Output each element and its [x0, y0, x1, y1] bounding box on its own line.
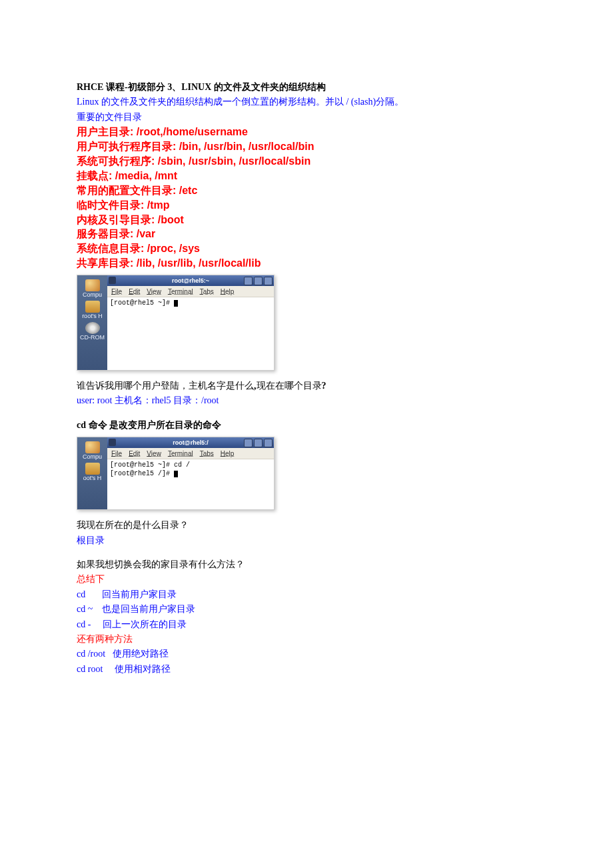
important-heading: 重要的文件目录 [77, 110, 536, 125]
window-title: root@rhel5:~ [172, 277, 209, 284]
intro-a: Linux [77, 97, 99, 107]
directory-entry: 用户主目录: /root,/home/username [77, 125, 536, 139]
cd-command: cd ~ [77, 604, 93, 614]
intro-d: 分隔。 [376, 97, 404, 107]
dir-label-cn: 用户可执行程序目录 [77, 141, 173, 152]
directory-entry: 系统可执行程序: /sbin, /usr/sbin, /usr/local/sb… [77, 154, 536, 169]
answer-1: user: root 主机名：rhel5 目录：/root [77, 393, 536, 408]
dir-path: : /proc, /sys [141, 243, 200, 254]
cd-a: cd [77, 420, 89, 430]
question-3: 如果我想切换会我的家目录有什么方法？ [77, 557, 536, 572]
pad [103, 664, 115, 674]
intro-b: 的文件及文件夹的组织结构成一个倒立置的树形结构。并以 [99, 97, 346, 107]
directory-entry: 挂载点: /media, /mnt [77, 169, 536, 183]
terminal-screenshot-2: Compuoot's H root@rhel5:/ FileEditViewTe… [77, 437, 275, 510]
maximize-icon [254, 439, 263, 447]
directory-entry: 服务器目录: /var [77, 227, 536, 241]
dir-path: : /etc [173, 185, 197, 196]
dir-path: : /tmp [141, 199, 170, 211]
t-b: 课程-初级部分 [103, 82, 167, 92]
term-row: Compuoot's H root@rhel5:/ FileEditViewTe… [77, 437, 274, 509]
dir-label-cn: 常用的配置文件目录 [77, 185, 173, 196]
terminal-line: [root@rhel5 ~]# cd / [110, 461, 271, 470]
pad [85, 589, 102, 599]
cursor-icon [174, 471, 178, 477]
window-icon [109, 439, 116, 446]
directory-entry: 用户可执行程序目录: /bin, /usr/bin, /usr/local/bi… [77, 139, 536, 154]
dir-path: : /media, /mnt [109, 170, 177, 181]
dir-path: : /boot [151, 214, 184, 225]
dir-label-cn: 系统可执行程序 [77, 155, 151, 167]
cursor-icon [174, 300, 178, 307]
q1-a: 谁告诉我用哪个用户登陆，主机名字是什么 [77, 381, 254, 391]
intro-line: Linux 的文件及文件夹的组织结构成一个倒立置的树形结构。并以 / (slas… [77, 95, 536, 109]
page-title: RHCE 课程-初级部分 3、LINUX 的文件及文件夹的组织结构 [77, 80, 536, 95]
menubar: FileEditViewTerminalTabsHelp [107, 286, 274, 297]
close-icon [264, 439, 273, 447]
summary-label: 总结下 [77, 572, 536, 587]
comp-icon [85, 279, 100, 291]
desk-label: root's H [82, 313, 103, 319]
q1-d: ? [322, 381, 326, 391]
menu-view: View [147, 450, 161, 457]
minimize-icon [244, 277, 253, 285]
desk-label: Compu [83, 454, 102, 460]
menu-terminal: Terminal [168, 288, 193, 295]
desk-label: oot's H [83, 475, 102, 481]
window-icon [109, 277, 116, 284]
dir-label-cn: 挂载点 [77, 170, 109, 181]
menu-help: Help [221, 288, 235, 295]
cd-note: 回当前用户家目录 [102, 589, 177, 599]
pad [93, 604, 102, 614]
dir-path: : /lib, /usr/lib, /usr/local/lib [130, 257, 261, 269]
menu-view: View [147, 288, 161, 295]
terminal-line: [root@rhel5 /]# [110, 470, 271, 479]
pad [91, 619, 103, 629]
menu-file: File [111, 288, 122, 295]
cd-note: 回上一次所在的目录 [103, 619, 187, 629]
directory-list: 用户主目录: /root,/home/username用户可执行程序目录: /b… [77, 125, 536, 271]
disc-icon [85, 322, 100, 334]
a1-c: rhel5 [152, 395, 173, 405]
window-titlebar: root@rhel5:/ [107, 437, 274, 448]
dir-label-cn: 用户主目录 [77, 126, 130, 137]
window-buttons [244, 277, 273, 285]
desk-label: CD-ROM [80, 335, 105, 341]
desk-label: Compu [83, 292, 102, 298]
directory-entry: 常用的配置文件目录: /etc [77, 183, 536, 198]
directory-entry: 临时文件目录: /tmp [77, 198, 536, 213]
t-a: RHCE [77, 82, 103, 92]
dir-path: : /bin, /usr/bin, /usr/local/bin [173, 141, 314, 152]
document-page: RHCE 课程-初级部分 3、LINUX 的文件及文件夹的组织结构 Linux … [0, 0, 613, 677]
answer-2: 根目录 [77, 533, 536, 548]
cd-entry: cd root 使用相对路径 [77, 662, 536, 677]
cd-command: cd - [77, 619, 91, 629]
cd-entry: cd /root 使用绝对路径 [77, 647, 536, 661]
a1-e: /root [201, 395, 219, 405]
dir-label-cn: 服务器目录 [77, 228, 130, 239]
menu-tabs: Tabs [200, 450, 214, 457]
cd-command: cd root [77, 664, 103, 674]
a1-a: user: root [77, 395, 115, 405]
a1-b: 主机名： [115, 395, 152, 405]
cd-command: cd /root [77, 649, 105, 659]
dir-label-cn: 临时文件目录 [77, 199, 141, 211]
cd-entry: cd - 回上一次所在的目录 [77, 617, 536, 632]
cd-heading: cd 命令 是改变用户所在目录的命令 [77, 418, 536, 433]
dir-label-cn: 内核及引导目录 [77, 214, 151, 225]
directory-entry: 共享库目录: /lib, /usr/lib, /usr/local/lib [77, 256, 536, 271]
folder-icon [85, 463, 100, 475]
cd-note: 使用绝对路径 [113, 649, 169, 659]
desktop-strip: Compuoot's H [77, 437, 107, 509]
more-label: 还有两种方法 [77, 632, 536, 647]
t-e: LINUX [181, 82, 211, 92]
directory-entry: 系统信息目录: /proc, /sys [77, 241, 536, 256]
menu-tabs: Tabs [200, 288, 214, 295]
menu-terminal: Terminal [168, 450, 193, 457]
maximize-icon [254, 277, 263, 285]
dir-path: : /var [130, 228, 155, 239]
comp-icon [85, 441, 100, 453]
cd-note: 也是回当前用户家目录 [102, 604, 195, 614]
term-right: root@rhel5:~ FileEditViewTerminalTabsHel… [107, 275, 274, 370]
desktop-strip: Compuroot's HCD-ROM [77, 275, 107, 370]
